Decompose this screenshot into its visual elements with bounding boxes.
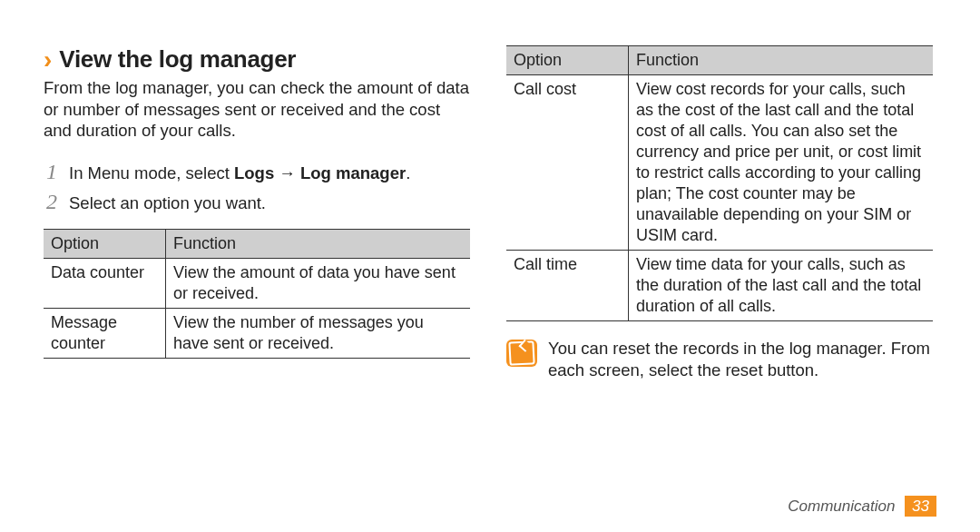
step-number: 1 bbox=[44, 160, 60, 184]
step-text: Select an option you want. bbox=[69, 192, 266, 214]
step1-prefix: In Menu mode, select bbox=[69, 163, 234, 182]
col-header-option: Option bbox=[44, 230, 166, 259]
cell-option: Call cost bbox=[506, 75, 629, 251]
note-icon bbox=[506, 340, 537, 367]
cell-function: View time data for your calls, such as t… bbox=[629, 251, 934, 321]
step1-suffix: . bbox=[406, 163, 410, 182]
cell-function: View the amount of data you have sent or… bbox=[166, 259, 471, 309]
col-header-option: Option bbox=[506, 46, 629, 75]
section-heading-row: › View the log manager bbox=[44, 45, 470, 74]
right-column: Option Function Call cost View cost reco… bbox=[506, 45, 933, 381]
cell-option: Data counter bbox=[44, 259, 166, 309]
step-1: 1 In Menu mode, select Logs → Log manage… bbox=[44, 160, 470, 184]
footer-page-number: 33 bbox=[905, 496, 936, 517]
table-row: Call time View time data for your calls,… bbox=[506, 251, 933, 321]
step1-bold: Logs → Log manager bbox=[234, 163, 406, 182]
cell-option: Call time bbox=[506, 251, 629, 321]
table-header-row: Option Function bbox=[44, 230, 470, 259]
table-row: Message counter View the number of messa… bbox=[44, 309, 470, 359]
table-row: Data counter View the amount of data you… bbox=[44, 259, 470, 309]
two-column-layout: › View the log manager From the log mana… bbox=[44, 45, 936, 381]
note-block: You can reset the records in the log man… bbox=[506, 338, 933, 380]
footer-section-label: Communication bbox=[788, 498, 895, 515]
note-text: You can reset the records in the log man… bbox=[548, 338, 933, 380]
cell-function: View cost records for your calls, such a… bbox=[629, 75, 934, 251]
step-number: 2 bbox=[44, 190, 60, 214]
cell-function: View the number of messages you have sen… bbox=[166, 309, 471, 359]
col-header-function: Function bbox=[166, 230, 471, 259]
left-column: › View the log manager From the log mana… bbox=[44, 45, 470, 381]
section-heading: View the log manager bbox=[59, 45, 296, 74]
chevron-right-icon: › bbox=[44, 47, 52, 73]
cell-option: Message counter bbox=[44, 309, 166, 359]
step-2: 2 Select an option you want. bbox=[44, 190, 470, 214]
options-table-2: Option Function Call cost View cost reco… bbox=[506, 45, 933, 321]
table-row: Call cost View cost records for your cal… bbox=[506, 75, 933, 251]
table-header-row: Option Function bbox=[506, 46, 933, 75]
page: › View the log manager From the log mana… bbox=[0, 0, 980, 532]
page-footer: Communication 33 bbox=[788, 498, 936, 516]
step-text: In Menu mode, select Logs → Log manager. bbox=[69, 163, 410, 184]
numbered-steps: 1 In Menu mode, select Logs → Log manage… bbox=[44, 160, 470, 214]
col-header-function: Function bbox=[629, 46, 934, 75]
intro-paragraph: From the log manager, you can check the … bbox=[44, 77, 470, 142]
options-table-1: Option Function Data counter View the am… bbox=[44, 229, 470, 359]
